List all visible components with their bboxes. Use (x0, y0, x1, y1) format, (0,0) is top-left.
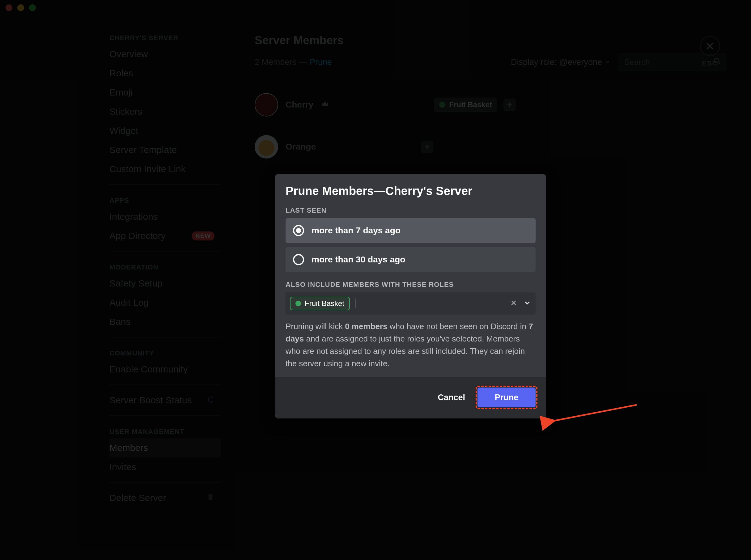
text-cursor (355, 299, 356, 308)
highlight-ring: Prune (475, 386, 537, 409)
radio-30-days[interactable]: more than 30 days ago (286, 247, 535, 272)
last-seen-radio-group: more than 7 days ago more than 30 days a… (286, 218, 535, 272)
cancel-button[interactable]: Cancel (436, 393, 467, 403)
modal-footer: Cancel Prune (275, 377, 546, 418)
role-label: Fruit Basket (305, 299, 344, 308)
radio-7-days[interactable]: more than 7 days ago (286, 218, 535, 243)
radio-icon (293, 254, 304, 265)
radio-label: more than 30 days ago (311, 255, 405, 264)
include-roles-label: ALSO INCLUDE MEMBERS WITH THESE ROLES (286, 281, 535, 289)
modal-title: Prune Members—Cherry's Server (286, 184, 535, 198)
prune-button[interactable]: Prune (478, 387, 535, 407)
clear-roles-icon[interactable] (510, 299, 517, 307)
radio-label: more than 7 days ago (311, 226, 401, 236)
chevron-down-icon[interactable] (523, 299, 531, 308)
last-seen-label: LAST SEEN (286, 206, 535, 215)
radio-icon (293, 225, 304, 236)
prune-members-modal: Prune Members—Cherry's Server LAST SEEN … (275, 174, 546, 418)
prune-count: 0 members (345, 322, 387, 331)
roles-multiselect[interactable]: Fruit Basket (286, 292, 535, 315)
selected-role-pill[interactable]: Fruit Basket (290, 297, 350, 310)
role-color-dot (296, 301, 301, 306)
prune-description: Pruning will kick 0 members who have not… (286, 320, 535, 369)
